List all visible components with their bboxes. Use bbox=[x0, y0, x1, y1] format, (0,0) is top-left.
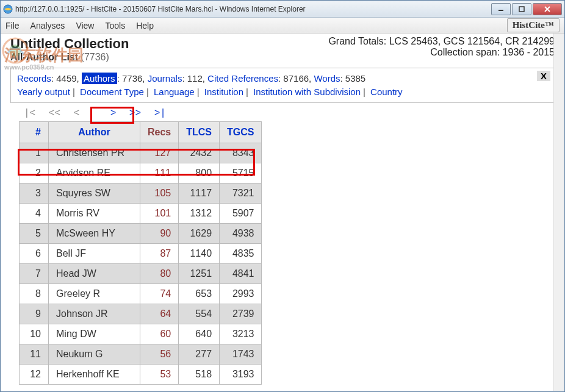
row-author[interactable]: Ming DW bbox=[49, 324, 140, 344]
menu-view[interactable]: View bbox=[76, 21, 94, 30]
document-type-link[interactable]: Document Type bbox=[80, 87, 144, 97]
row-tgcs: 8343 bbox=[220, 143, 262, 163]
cited-references-link[interactable]: Cited References bbox=[207, 73, 278, 84]
pager-first[interactable]: |< bbox=[24, 108, 35, 119]
table-row: 7Head JW8012514841 bbox=[20, 264, 262, 284]
close-button[interactable] bbox=[533, 3, 562, 15]
row-tlcs: 1251 bbox=[179, 264, 220, 284]
menu-file[interactable]: File bbox=[5, 21, 20, 30]
row-index: 12 bbox=[20, 365, 49, 385]
row-author[interactable]: Herkenhoff KE bbox=[49, 365, 140, 385]
journals-link[interactable]: Journals bbox=[148, 73, 182, 84]
col-tgcs[interactable]: TGCS bbox=[220, 122, 262, 143]
minimize-button[interactable] bbox=[491, 3, 511, 15]
maximize-button[interactable] bbox=[512, 3, 531, 15]
row-tgcs: 1743 bbox=[220, 344, 262, 365]
row-recs[interactable]: 53 bbox=[140, 365, 179, 385]
col-tlcs[interactable]: TLCS bbox=[179, 122, 220, 143]
row-recs[interactable]: 101 bbox=[140, 204, 179, 224]
table-row: 12Herkenhoff KE535183193 bbox=[20, 365, 262, 385]
row-index: 11 bbox=[20, 344, 49, 365]
row-tgcs: 2739 bbox=[220, 304, 262, 324]
row-author[interactable]: Christensen PR bbox=[49, 143, 140, 163]
row-tgcs: 3213 bbox=[220, 324, 262, 344]
row-recs[interactable]: 105 bbox=[140, 184, 179, 204]
table-row: 5McSween HY9016294938 bbox=[20, 224, 262, 244]
language-link[interactable]: Language bbox=[154, 87, 195, 97]
authors-link[interactable]: Authors bbox=[82, 73, 117, 84]
pager-last[interactable]: >| bbox=[154, 108, 166, 119]
table-row: 6Bell JF8711404835 bbox=[20, 244, 262, 264]
row-index: 8 bbox=[20, 284, 49, 304]
titlebar: http://127.0.0.1:1925/ - HistCite - 2015… bbox=[1, 1, 564, 18]
pager-prev-page[interactable]: << bbox=[49, 108, 60, 119]
vertical-scrollbar[interactable] bbox=[553, 34, 564, 391]
row-recs[interactable]: 64 bbox=[140, 304, 179, 324]
row-tlcs: 1629 bbox=[179, 224, 220, 244]
row-author[interactable]: Neukum G bbox=[49, 344, 140, 365]
row-index: 6 bbox=[20, 244, 49, 264]
menubar: File Analyses View Tools Help HistCite™ bbox=[1, 18, 564, 34]
ie-icon bbox=[3, 4, 13, 14]
row-index: 3 bbox=[20, 184, 49, 204]
table-row: 10Ming DW606403213 bbox=[20, 324, 262, 344]
info-row-1: Records: 4459, Authors: 7736, Journals: … bbox=[17, 72, 548, 85]
row-author[interactable]: Greeley R bbox=[49, 284, 140, 304]
row-tlcs: 800 bbox=[179, 163, 220, 184]
row-recs[interactable]: 80 bbox=[140, 264, 179, 284]
content-area: 河东软件园 www.pc0359.cn Untitled Collection … bbox=[1, 34, 564, 391]
row-index: 7 bbox=[20, 264, 49, 284]
pager-next-page[interactable]: >> bbox=[129, 108, 141, 119]
row-tlcs: 653 bbox=[179, 284, 220, 304]
table-row: 4Morris RV10113125907 bbox=[20, 204, 262, 224]
pager-next[interactable]: > bbox=[110, 108, 117, 119]
row-tlcs: 277 bbox=[179, 344, 220, 365]
totals-line1: Grand Totals: LCS 25463, GCS 121564, CR … bbox=[328, 36, 555, 47]
row-author[interactable]: Morris RV bbox=[49, 204, 140, 224]
yearly-output-link[interactable]: Yearly output bbox=[17, 87, 70, 97]
row-tgcs: 5907 bbox=[220, 204, 262, 224]
col-index[interactable]: # bbox=[20, 122, 49, 143]
records-link[interactable]: Records bbox=[17, 73, 51, 84]
row-author[interactable]: Bell JF bbox=[49, 244, 140, 264]
row-tgcs: 5715 bbox=[220, 163, 262, 184]
row-recs[interactable]: 90 bbox=[140, 224, 179, 244]
table-row: 9Johnson JR645542739 bbox=[20, 304, 262, 324]
row-recs[interactable]: 111 bbox=[140, 163, 179, 184]
row-author[interactable]: Head JW bbox=[49, 264, 140, 284]
row-tgcs: 4841 bbox=[220, 264, 262, 284]
subtitle-count: (7736) bbox=[81, 52, 109, 62]
institution-subdivision-link[interactable]: Institution with Subdivision bbox=[253, 87, 361, 97]
words-link[interactable]: Words bbox=[314, 73, 340, 84]
table-row: 11Neukum G562771743 bbox=[20, 344, 262, 365]
menu-help[interactable]: Help bbox=[136, 21, 154, 30]
col-author[interactable]: Author bbox=[49, 122, 140, 143]
row-recs[interactable]: 74 bbox=[140, 284, 179, 304]
window-title: http://127.0.0.1:1925/ - HistCite - 2015… bbox=[15, 5, 491, 13]
row-recs[interactable]: 56 bbox=[140, 344, 179, 365]
row-index: 1 bbox=[20, 143, 49, 163]
infobox-close-button[interactable]: X bbox=[537, 71, 550, 81]
row-recs[interactable]: 87 bbox=[140, 244, 179, 264]
row-author[interactable]: Squyres SW bbox=[49, 184, 140, 204]
row-author[interactable]: Arvidson RE bbox=[49, 163, 140, 184]
menu-analyses[interactable]: Analyses bbox=[31, 21, 65, 30]
svg-rect-2 bbox=[519, 7, 524, 12]
country-link[interactable]: Country bbox=[370, 87, 403, 97]
row-index: 5 bbox=[20, 224, 49, 244]
authors-value: 7736 bbox=[122, 73, 142, 84]
row-tlcs: 1140 bbox=[179, 244, 220, 264]
row-recs[interactable]: 127 bbox=[140, 143, 179, 163]
pager-prev[interactable]: < bbox=[74, 108, 80, 119]
menu-tools[interactable]: Tools bbox=[105, 21, 125, 30]
row-tgcs: 3193 bbox=[220, 365, 262, 385]
row-tgcs: 2993 bbox=[220, 284, 262, 304]
words-value: 5385 bbox=[345, 73, 365, 84]
totals-line2: Collection span: 1936 - 2015 bbox=[328, 47, 555, 58]
row-author[interactable]: Johnson JR bbox=[49, 304, 140, 324]
institution-link[interactable]: Institution bbox=[204, 87, 243, 97]
row-author[interactable]: McSween HY bbox=[49, 224, 140, 244]
col-recs[interactable]: Recs bbox=[140, 122, 179, 143]
row-recs[interactable]: 60 bbox=[140, 324, 179, 344]
brand-label: HistCite™ bbox=[507, 18, 560, 32]
